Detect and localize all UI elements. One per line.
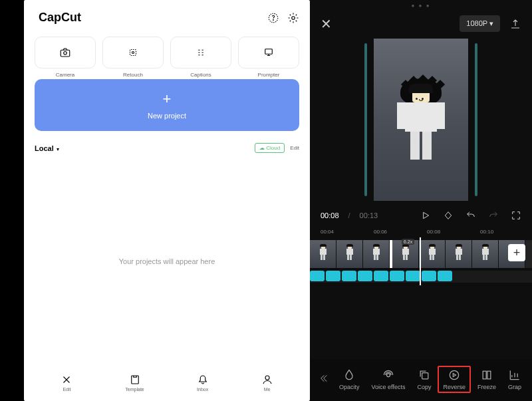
logo: CapCut <box>35 11 81 25</box>
export-icon[interactable] <box>509 18 521 30</box>
add-media-button[interactable]: + <box>508 244 525 261</box>
nav-me[interactable]: Me <box>261 374 273 392</box>
playback-bar: 00:08 / 00:13 <box>310 205 532 226</box>
settings-icon[interactable] <box>287 12 299 24</box>
logo-text: CapCut <box>39 11 81 25</box>
svg-point-9 <box>265 376 269 380</box>
prompter-button[interactable]: Prompter <box>238 37 299 68</box>
retouch-button[interactable]: Retouch <box>102 37 164 68</box>
svg-rect-5 <box>130 50 136 56</box>
total-time: 00:13 <box>360 211 378 219</box>
retouch-icon <box>127 47 139 59</box>
timeline[interactable]: 6.2x + <box>310 237 532 285</box>
cloud-icon: ☁ <box>259 145 265 151</box>
chevron-down-icon: ▾ <box>489 19 493 27</box>
copy-icon <box>418 368 431 382</box>
tool-freeze[interactable]: Freeze <box>472 366 501 393</box>
nav-edit[interactable]: Edit <box>61 374 72 392</box>
help-icon[interactable] <box>267 12 279 24</box>
camera-icon <box>59 47 71 59</box>
tool-graph[interactable]: Grap <box>503 366 527 393</box>
cloud-button[interactable]: ☁ Cloud <box>255 143 285 153</box>
chevron-left-icon <box>318 373 329 384</box>
svg-point-1 <box>273 19 274 20</box>
svg-rect-14 <box>487 371 491 379</box>
plus-icon: + <box>163 90 172 108</box>
fullscreen-button[interactable] <box>511 210 521 221</box>
tool-reverse[interactable]: Reverse <box>438 366 471 393</box>
opacity-icon <box>342 368 356 382</box>
play-button[interactable] <box>420 210 431 221</box>
home-panel: CapCut Camera Retouch Captions Prompter … <box>24 0 310 401</box>
tool-voice-effects[interactable]: Voice effects <box>366 366 411 393</box>
chevron-down-icon: ▾ <box>57 146 59 152</box>
editor-panel: ● ● ● ✕ 1080P ▾ <box>310 0 532 401</box>
tool-copy[interactable]: Copy <box>412 366 436 393</box>
preview-frame[interactable] <box>374 39 468 201</box>
reverse-icon <box>448 368 461 382</box>
audio-track[interactable] <box>310 271 532 283</box>
svg-rect-3 <box>61 50 70 57</box>
nav-template[interactable]: Template <box>125 374 144 392</box>
resolution-dropdown[interactable]: 1080P ▾ <box>460 15 500 32</box>
empty-projects-message: Your projects will appear here <box>35 154 299 368</box>
new-project-button[interactable]: + New project <box>35 79 299 131</box>
redo-button[interactable] <box>488 210 499 221</box>
voice-effects-icon <box>382 368 395 382</box>
svg-rect-11 <box>422 373 428 379</box>
speed-badge: 6.2x <box>402 239 414 245</box>
svg-rect-13 <box>483 371 486 379</box>
svg-point-10 <box>386 374 390 377</box>
undo-button[interactable] <box>466 210 476 221</box>
keyframe-button[interactable] <box>443 210 454 221</box>
svg-rect-7 <box>265 49 273 55</box>
tool-opacity[interactable]: Opacity <box>334 366 365 393</box>
camera-button[interactable]: Camera <box>35 37 96 68</box>
captions-button[interactable]: Captions <box>170 37 231 68</box>
playhead[interactable] <box>420 237 421 285</box>
svg-point-12 <box>450 370 458 379</box>
svg-point-2 <box>292 16 295 19</box>
current-time: 00:08 <box>321 211 339 219</box>
crop-handle-right[interactable] <box>475 43 477 196</box>
me-nav-icon <box>261 374 273 386</box>
quick-actions: Camera Retouch Captions Prompter <box>35 37 299 68</box>
video-track[interactable] <box>310 240 532 268</box>
nav-inbox[interactable]: Inbox <box>197 374 209 392</box>
close-button[interactable]: ✕ <box>321 16 332 32</box>
video-preview <box>310 35 532 205</box>
tool-scroll-left[interactable] <box>314 373 332 386</box>
roblox-character <box>405 80 437 160</box>
prompter-icon <box>263 47 275 59</box>
home-header: CapCut <box>35 11 299 25</box>
svg-point-6 <box>132 52 134 54</box>
timeline-ruler: 00:04 00:06 00:08 00:10 <box>310 226 532 237</box>
crop-handle-left[interactable] <box>364 43 367 196</box>
local-dropdown[interactable]: Local ▾ <box>35 142 59 154</box>
freeze-icon <box>480 368 493 382</box>
bottom-nav: Edit Template Inbox Me <box>35 368 299 401</box>
template-nav-icon <box>129 374 141 386</box>
captions-icon <box>195 47 207 59</box>
edit-link[interactable]: Edit <box>290 145 299 151</box>
svg-point-4 <box>64 52 67 55</box>
graph-icon <box>508 368 521 382</box>
tool-bar: Opacity Voice effects Copy Reverse Freez… <box>310 359 532 401</box>
drag-handle-icon: ● ● ● <box>310 0 532 9</box>
inbox-nav-icon <box>197 374 209 386</box>
edit-nav-icon <box>61 374 72 386</box>
